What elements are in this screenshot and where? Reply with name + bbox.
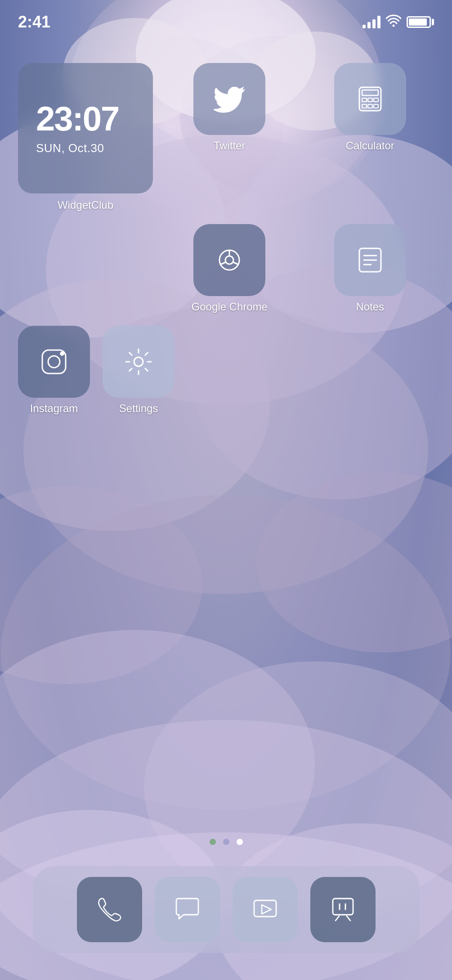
tv-icon	[251, 895, 280, 924]
svg-rect-26	[374, 98, 378, 102]
twitter-icon	[213, 83, 246, 115]
status-icons	[362, 14, 434, 30]
wifi-icon	[386, 14, 401, 30]
dock	[33, 866, 420, 953]
svg-rect-25	[368, 98, 372, 102]
dock-phone[interactable]	[77, 877, 142, 942]
page-indicators	[210, 839, 243, 845]
chrome-icon-bg	[193, 224, 265, 296]
svg-rect-45	[333, 899, 353, 915]
status-time: 2:41	[18, 13, 50, 31]
chrome-icon	[213, 244, 246, 276]
mid-right-icons: Google Chrome Notes	[166, 224, 434, 313]
signal-icon	[362, 16, 380, 28]
app-calculator[interactable]: Calculator	[306, 63, 434, 211]
dock-twitch[interactable]	[310, 877, 376, 942]
svg-line-33	[233, 262, 239, 265]
svg-rect-29	[374, 104, 378, 108]
page-dot-1[interactable]	[210, 839, 216, 845]
notes-label: Notes	[356, 301, 384, 313]
settings-label: Settings	[119, 402, 158, 415]
svg-point-41	[61, 352, 64, 355]
widget-date: SUN, Oct.30	[36, 141, 104, 155]
app-instagram[interactable]: Instagram	[18, 326, 90, 415]
twitter-icon-bg	[193, 63, 265, 135]
app-twitter[interactable]: Twitter	[166, 63, 294, 211]
phone-icon	[95, 895, 124, 924]
widget-clock[interactable]: 23:07 SUN, Oct.30 WidgetClub	[18, 63, 153, 211]
calculator-icon	[354, 83, 386, 115]
svg-rect-43	[254, 900, 276, 917]
calculator-label: Calculator	[346, 139, 394, 152]
widget-label: WidgetClub	[18, 199, 153, 211]
widget-time: 23:07	[36, 102, 119, 136]
notes-icon-bg	[334, 224, 406, 296]
settings-icon-bg	[103, 326, 175, 398]
svg-rect-24	[362, 98, 367, 102]
settings-icon	[122, 346, 155, 378]
instagram-label: Instagram	[30, 402, 78, 415]
main-content: 23:07 SUN, Oct.30 WidgetClub Twitter	[0, 0, 452, 980]
app-grid: 23:07 SUN, Oct.30 WidgetClub Twitter	[18, 63, 434, 415]
app-chrome[interactable]: Google Chrome	[166, 224, 294, 313]
page-dot-3[interactable]	[237, 839, 243, 845]
svg-point-31	[225, 256, 233, 264]
notes-icon	[354, 244, 386, 276]
svg-point-21	[393, 24, 395, 27]
page-dot-2[interactable]	[223, 839, 229, 845]
app-settings[interactable]: Settings	[103, 326, 175, 415]
battery-icon	[407, 16, 434, 28]
dock-messages[interactable]	[155, 877, 220, 942]
app-notes[interactable]: Notes	[306, 224, 434, 313]
top-right-icons: Twitter Calculator	[166, 63, 434, 211]
status-bar: 2:41	[0, 0, 452, 36]
row3-icons: Instagram Settings	[18, 326, 294, 415]
svg-marker-44	[262, 905, 271, 914]
svg-point-42	[134, 357, 143, 366]
svg-point-40	[48, 356, 60, 368]
svg-rect-28	[368, 104, 372, 108]
twitter-label: Twitter	[214, 139, 246, 152]
calculator-icon-bg	[334, 63, 406, 135]
svg-rect-27	[362, 104, 367, 108]
svg-line-34	[220, 262, 226, 265]
chrome-label: Google Chrome	[192, 301, 268, 313]
instagram-icon-bg	[18, 326, 90, 398]
twitch-icon	[328, 895, 358, 924]
svg-rect-23	[362, 90, 378, 95]
dock-tv[interactable]	[233, 877, 298, 942]
instagram-icon	[38, 346, 70, 378]
messages-icon	[173, 895, 202, 924]
